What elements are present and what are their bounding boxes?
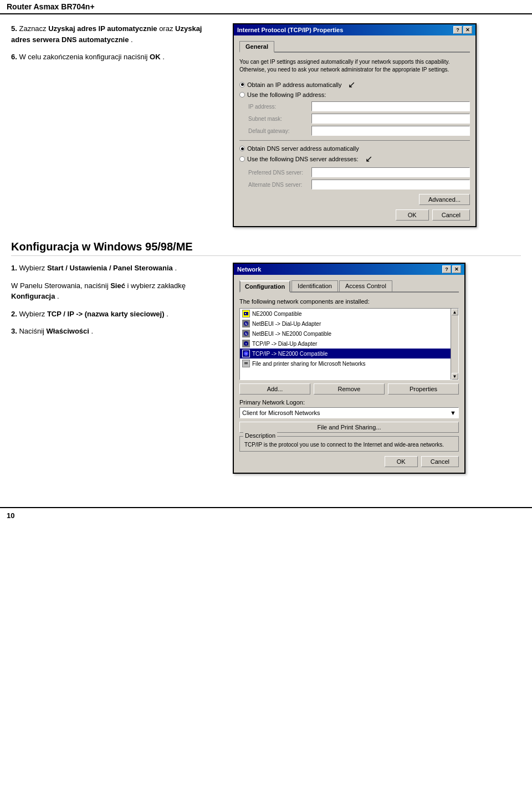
list-item-tcpip-dialup[interactable]: T TCP/IP -> Dial-Up Adapter xyxy=(240,339,451,349)
list-item-file-print-label: File and printer sharing for Microsoft N… xyxy=(252,361,366,367)
list-item-netbeui-ne2000-label: NetBEUI -> NE2000 Compatible xyxy=(252,331,331,337)
cancel-button-network[interactable]: Cancel xyxy=(421,456,459,467)
step1b-bold1: Sieć xyxy=(110,281,125,290)
scroll-up[interactable]: ▲ xyxy=(452,309,458,315)
gateway-input[interactable] xyxy=(311,126,470,136)
remove-button[interactable]: Remove xyxy=(314,383,385,395)
step-1: 1. Wybierz Start / Ustawienia / Panel St… xyxy=(11,263,222,274)
step5-bold1: Uzyskaj adres IP automatycznie xyxy=(48,24,157,33)
advanced-row: Advanced... xyxy=(239,194,470,205)
ok-button-tcp[interactable]: OK xyxy=(396,209,429,221)
radio-obtain-dns[interactable]: Obtain DNS server address automatically xyxy=(239,145,470,152)
tab-general[interactable]: General xyxy=(239,41,274,53)
step5-text2: oraz xyxy=(159,24,175,33)
listbox-inner: NE2000 Compatible N NetBEUI -> Dial-Up A… xyxy=(240,309,458,380)
ip-radio-group: Obtain an IP address automatically ↙ Use… xyxy=(239,79,470,98)
tab-access-control-label: Access Control xyxy=(345,283,386,289)
network-listbox[interactable]: NE2000 Compatible N NetBEUI -> Dial-Up A… xyxy=(239,308,459,380)
step3-text: Naciśnij xyxy=(19,327,46,335)
properties-button[interactable]: Properties xyxy=(388,383,459,395)
list-item-file-print[interactable]: File and printer sharing for Microsoft N… xyxy=(240,359,451,368)
step1b-text: W Panelu Sterowania, naciśnij xyxy=(11,281,110,290)
protocol-icon-2: N xyxy=(242,330,250,337)
step2-bold: TCP / IP -> (nazwa karty sieciowej) xyxy=(47,310,165,318)
step1-period: . xyxy=(175,264,177,272)
radio-use-ip[interactable]: Use the following IP address: xyxy=(239,91,470,98)
list-item-netbeui-dialup[interactable]: N NetBEUI -> Dial-Up Adapter xyxy=(240,319,451,329)
description-text: TCP/IP is the protocol you use to connec… xyxy=(244,441,454,449)
tcp-ip-title: Internet Protocol (TCP/IP) Properties xyxy=(237,27,343,33)
network-close-button[interactable]: ✕ xyxy=(452,265,461,273)
cancel-button-tcp[interactable]: Cancel xyxy=(432,209,470,221)
step6-bold: OK xyxy=(150,53,161,61)
subnet-input[interactable] xyxy=(311,114,470,124)
description-label: Description xyxy=(243,432,277,439)
advanced-button[interactable]: Advanced... xyxy=(419,194,470,205)
section-top: 5. Zaznacz Uzyskaj adres IP automatyczni… xyxy=(11,23,521,227)
list-item-tcpip-ne2000[interactable]: T TCP/IP -> NE2000 Compatible xyxy=(240,349,451,359)
file-print-button[interactable]: File and Print Sharing... xyxy=(239,422,459,433)
ip-address-input[interactable] xyxy=(311,101,470,111)
installed-label: The following network components are ins… xyxy=(239,298,459,305)
step5-number: 5. xyxy=(11,24,17,33)
list-content: NE2000 Compatible N NetBEUI -> Dial-Up A… xyxy=(240,309,451,380)
add-button[interactable]: Add... xyxy=(239,383,310,395)
listbox-scrollbar[interactable]: ▲ ▼ xyxy=(451,309,458,380)
step1b-bold2: Konfiguracja xyxy=(11,292,55,300)
subnet-label: Subnet mask: xyxy=(248,116,309,122)
close-button[interactable]: ✕ xyxy=(463,26,472,34)
primary-logon-select[interactable]: Client for Microsoft Networks ▼ xyxy=(239,407,459,418)
network-title: Network xyxy=(237,266,261,273)
adapter-icon xyxy=(242,310,250,318)
tab-access-control[interactable]: Access Control xyxy=(339,280,392,291)
step1-text: Wybierz xyxy=(19,264,47,272)
radio-use-dns[interactable]: Use the following DNS server addresses: … xyxy=(239,153,470,164)
radio-obtain-ip[interactable]: Obtain an IP address automatically ↙ xyxy=(239,79,470,90)
tcp-ip-body: General You can get IP settings assigned… xyxy=(234,35,475,226)
preferred-dns-label: Preferred DNS server: xyxy=(248,170,309,176)
tcp-tabs: General xyxy=(239,41,470,53)
preferred-dns-input[interactable] xyxy=(311,167,470,177)
tab-configuration[interactable]: Configuration xyxy=(239,280,290,293)
step5-text1: Zaznacz xyxy=(19,24,48,33)
tcp-ip-titlebar: Internet Protocol (TCP/IP) Properties ? … xyxy=(234,24,475,35)
radio-obtain-ip-indicator xyxy=(239,82,245,88)
section2-heading: Konfiguracja w Windows 95/98/ME xyxy=(11,240,521,256)
network-ok-cancel: OK Cancel xyxy=(239,456,459,467)
gateway-row: Default gateway: xyxy=(248,126,470,136)
file-print-row: File and Print Sharing... xyxy=(239,422,459,433)
list-item-netbeui-ne2000[interactable]: N NetBEUI -> NE2000 Compatible xyxy=(240,329,451,339)
separator1 xyxy=(239,140,470,141)
list-item-tcpip-ne2000-label: TCP/IP -> NE2000 Compatible xyxy=(252,351,328,357)
svg-rect-1 xyxy=(245,313,246,314)
step3-bold: Właściwości xyxy=(47,327,89,335)
ip-fields: IP address: Subnet mask: Default gateway… xyxy=(248,101,470,136)
svg-rect-12 xyxy=(244,363,248,364)
preferred-dns-row: Preferred DNS server: xyxy=(248,167,470,177)
right-column-bottom: Network ? ✕ Configuration Identificat xyxy=(233,263,521,474)
step2-period: . xyxy=(166,310,168,318)
dns-radio-group: Obtain DNS server address automatically … xyxy=(239,145,470,164)
step2-number: 2. xyxy=(11,310,17,318)
step1b-period: . xyxy=(57,292,59,300)
list-item-ne2000[interactable]: NE2000 Compatible xyxy=(240,309,451,319)
primary-logon-select-row: Client for Microsoft Networks ▼ xyxy=(239,407,459,418)
tab-identification[interactable]: Identification xyxy=(291,280,338,291)
page-footer: 10 xyxy=(0,507,532,523)
step6-text: W celu zakończenia konfiguracji naciśnij xyxy=(19,53,150,61)
service-icon xyxy=(242,360,250,367)
dns-fields: Preferred DNS server: Alternate DNS serv… xyxy=(248,167,470,190)
step-3: 3. Naciśnij Właściwości . xyxy=(11,326,222,337)
ok-cancel-row: OK Cancel xyxy=(239,209,470,221)
network-help-button[interactable]: ? xyxy=(442,265,451,273)
ip-label: IP address: xyxy=(248,104,309,110)
help-button[interactable]: ? xyxy=(453,26,462,34)
step1-bold: Start / Ustawienia / Panel Sterowania xyxy=(47,264,173,272)
tcp-info-text: You can get IP settings assigned automat… xyxy=(239,58,470,74)
alternate-dns-input[interactable] xyxy=(311,180,470,190)
scroll-down[interactable]: ▼ xyxy=(452,373,458,380)
ok-button-network[interactable]: OK xyxy=(385,456,418,467)
radio-obtain-dns-label: Obtain DNS server address automatically xyxy=(247,145,359,152)
page-number: 10 xyxy=(7,511,14,520)
radio-use-dns-indicator xyxy=(239,156,245,162)
